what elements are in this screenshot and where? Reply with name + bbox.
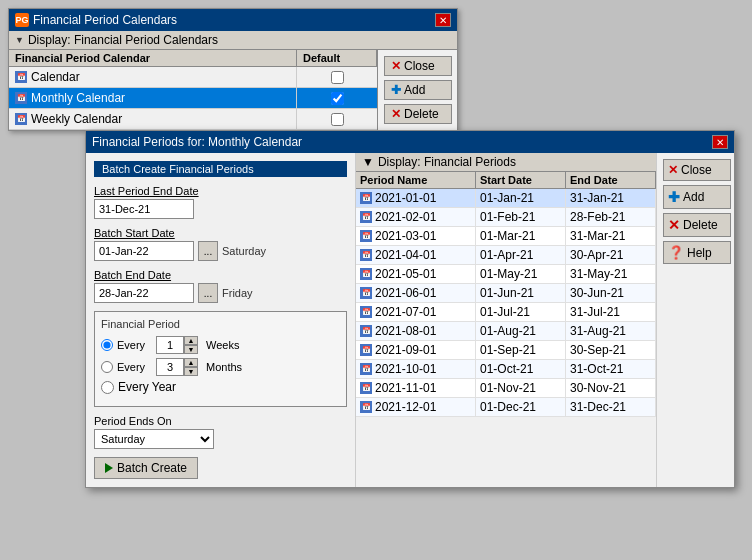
periods-table-body: 📅 2021-01-01 01-Jan-21 31-Jan-21 📅 2021-… xyxy=(356,189,656,417)
fp-close-button[interactable]: ✕ Close xyxy=(663,159,731,181)
every-months-radio[interactable] xyxy=(101,361,113,373)
last-period-end-date-label: Last Period End Date xyxy=(94,185,347,197)
cal-row-icon: 📅 xyxy=(360,211,372,223)
period-name-cell: 📅 2021-06-01 xyxy=(356,284,476,302)
weeks-spinner-down[interactable]: ▼ xyxy=(184,345,198,354)
end-date: 30-Apr-21 xyxy=(570,248,623,262)
period-row[interactable]: 📅 2021-08-01 01-Aug-21 31-Aug-21 xyxy=(356,322,656,341)
cal-row-icon: 📅 xyxy=(360,230,372,242)
main-window: PG Financial Period Calendars ✕ ▼ Displa… xyxy=(8,8,458,131)
batch-create-button[interactable]: Batch Create xyxy=(94,457,198,479)
weeks-spinner-up[interactable]: ▲ xyxy=(184,336,198,345)
calendar-icon: 📅 xyxy=(15,71,27,83)
batch-end-date-browse[interactable]: ... xyxy=(198,283,218,303)
every-year-radio[interactable] xyxy=(101,381,114,394)
main-delete-button[interactable]: ✕ Delete xyxy=(384,104,452,124)
fp-add-button[interactable]: ✚ Add xyxy=(663,185,731,209)
app-icon: PG xyxy=(15,13,29,27)
end-date: 31-Jul-21 xyxy=(570,305,620,319)
fp-help-button[interactable]: ❓ Help xyxy=(663,241,731,264)
every-weeks-label: Every xyxy=(117,339,152,351)
months-spinner-down[interactable]: ▼ xyxy=(184,367,198,376)
main-window-title: Financial Period Calendars xyxy=(33,13,177,27)
period-name: 2021-03-01 xyxy=(375,229,436,243)
table-row[interactable]: 📅 Monthly Calendar xyxy=(9,88,377,109)
period-row[interactable]: 📅 2021-06-01 01-Jun-21 30-Jun-21 xyxy=(356,284,656,303)
add-icon: ✚ xyxy=(391,83,401,97)
end-date-cell: 31-Mar-21 xyxy=(566,227,656,245)
end-date: 28-Feb-21 xyxy=(570,210,625,224)
fp-dialog-close-button[interactable]: ✕ xyxy=(712,135,728,149)
period-row[interactable]: 📅 2021-05-01 01-May-21 31-May-21 xyxy=(356,265,656,284)
batch-end-date-label: Batch End Date xyxy=(94,269,347,281)
calendar-table: Financial Period Calendar Default 📅 Cale… xyxy=(9,50,377,130)
end-date-cell: 31-May-21 xyxy=(566,265,656,283)
cal-row-icon: 📅 xyxy=(360,287,372,299)
start-date-cell: 01-Aug-21 xyxy=(476,322,566,340)
period-row[interactable]: 📅 2021-04-01 01-Apr-21 30-Apr-21 xyxy=(356,246,656,265)
start-date: 01-Sep-21 xyxy=(480,343,536,357)
row-cell-name: 📅 Monthly Calendar xyxy=(9,88,297,108)
cal-row-icon: 📅 xyxy=(360,344,372,356)
every-year-label: Every Year xyxy=(118,380,176,394)
period-ends-on-select[interactable]: Sunday Monday Tuesday Wednesday Thursday… xyxy=(94,429,214,449)
period-row[interactable]: 📅 2021-11-01 01-Nov-21 30-Nov-21 xyxy=(356,379,656,398)
period-name-cell: 📅 2021-07-01 xyxy=(356,303,476,321)
batch-create-label: Batch Create xyxy=(117,461,187,475)
months-spinner-input[interactable] xyxy=(156,358,184,376)
period-name-cell: 📅 2021-12-01 xyxy=(356,398,476,416)
start-date: 01-Feb-21 xyxy=(480,210,535,224)
calendar-icon: 📅 xyxy=(15,113,27,125)
periods-display-label: Display: Financial Periods xyxy=(378,155,516,169)
row-default-checkbox-2[interactable] xyxy=(297,111,377,128)
fp-dialog-title: Financial Periods for: Monthly Calendar xyxy=(92,135,302,149)
end-date-cell: 31-Dec-21 xyxy=(566,398,656,416)
fp-action-buttons: ✕ Close ✚ Add ✕ Delete ❓ Help xyxy=(656,153,734,487)
period-row[interactable]: 📅 2021-09-01 01-Sep-21 30-Sep-21 xyxy=(356,341,656,360)
end-date-cell: 30-Apr-21 xyxy=(566,246,656,264)
period-row[interactable]: 📅 2021-01-01 01-Jan-21 31-Jan-21 xyxy=(356,189,656,208)
end-date-cell: 30-Sep-21 xyxy=(566,341,656,359)
last-period-end-date-group: Last Period End Date xyxy=(94,185,347,219)
period-name: 2021-04-01 xyxy=(375,248,436,262)
last-period-end-date-input[interactable] xyxy=(94,199,194,219)
batch-create-panel: Batch Create Financial Periods Last Peri… xyxy=(86,153,356,487)
batch-end-date-input[interactable] xyxy=(94,283,194,303)
row-default-checkbox-0[interactable] xyxy=(297,69,377,86)
period-name-cell: 📅 2021-10-01 xyxy=(356,360,476,378)
add-icon: ✚ xyxy=(668,189,680,205)
period-row[interactable]: 📅 2021-07-01 01-Jul-21 31-Jul-21 xyxy=(356,303,656,322)
cal-row-icon: 📅 xyxy=(360,192,372,204)
batch-start-date-input[interactable] xyxy=(94,241,194,261)
start-date: 01-Apr-21 xyxy=(480,248,533,262)
start-date-cell: 01-Dec-21 xyxy=(476,398,566,416)
main-close-button[interactable]: ✕ Close xyxy=(384,56,452,76)
period-row[interactable]: 📅 2021-10-01 01-Oct-21 31-Oct-21 xyxy=(356,360,656,379)
every-weeks-radio[interactable] xyxy=(101,339,113,351)
end-date: 31-Mar-21 xyxy=(570,229,625,243)
period-ends-on-group: Period Ends On Sunday Monday Tuesday Wed… xyxy=(94,415,347,449)
period-name: 2021-02-01 xyxy=(375,210,436,224)
start-date: 01-Jan-21 xyxy=(480,191,534,205)
col-header-start-date: Start Date xyxy=(476,172,566,188)
period-row[interactable]: 📅 2021-03-01 01-Mar-21 31-Mar-21 xyxy=(356,227,656,246)
start-date-cell: 01-Sep-21 xyxy=(476,341,566,359)
main-close-button[interactable]: ✕ xyxy=(435,13,451,27)
period-name: 2021-06-01 xyxy=(375,286,436,300)
batch-start-date-browse[interactable]: ... xyxy=(198,241,218,261)
fp-delete-button[interactable]: ✕ Delete xyxy=(663,213,731,237)
weeks-spinner-input[interactable] xyxy=(156,336,184,354)
table-row[interactable]: 📅 Weekly Calendar xyxy=(9,109,377,130)
cal-row-icon: 📅 xyxy=(360,382,372,394)
period-row[interactable]: 📅 2021-12-01 01-Dec-21 31-Dec-21 xyxy=(356,398,656,417)
row-default-checkbox-1[interactable] xyxy=(297,90,377,107)
months-spinner-up[interactable]: ▲ xyxy=(184,358,198,367)
main-add-button[interactable]: ✚ Add xyxy=(384,80,452,100)
main-title-bar: PG Financial Period Calendars ✕ xyxy=(9,9,457,31)
period-row[interactable]: 📅 2021-02-01 01-Feb-21 28-Feb-21 xyxy=(356,208,656,227)
start-date: 01-Aug-21 xyxy=(480,324,536,338)
every-weeks-row: Every ▲ ▼ Weeks xyxy=(101,336,340,354)
periods-panel: ▼ Display: Financial Periods Period Name… xyxy=(356,153,656,487)
table-row[interactable]: 📅 Calendar xyxy=(9,67,377,88)
start-date: 01-Dec-21 xyxy=(480,400,536,414)
